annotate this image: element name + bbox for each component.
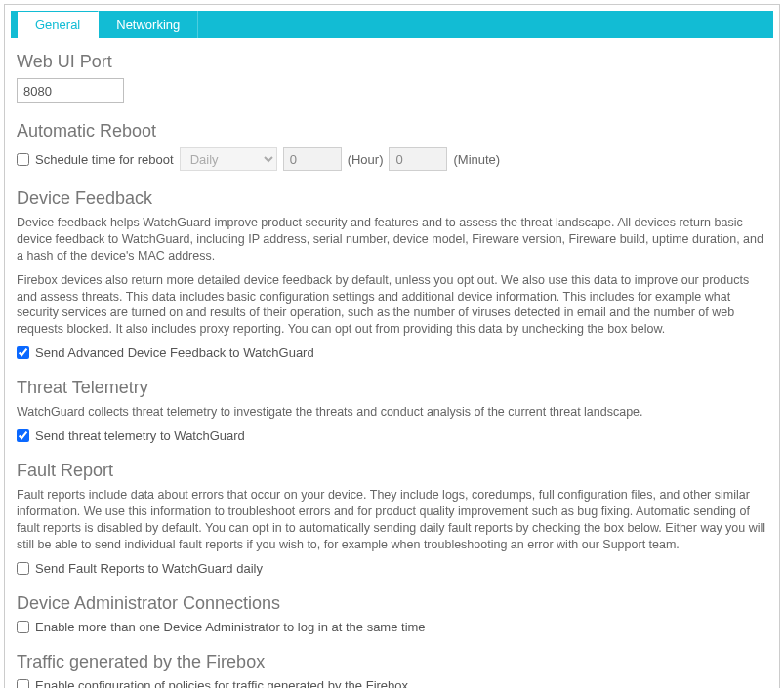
feedback-desc-2: Firebox devices also return more detaile… [17,272,767,339]
minute-unit: (Minute) [453,152,500,167]
webui-heading: Web UI Port [17,52,767,72]
feedback-desc-1: Device feedback helps WatchGuard improve… [17,215,767,264]
tab-bar: General Networking [11,11,773,38]
settings-panel: General Networking Web UI Port Automatic… [4,4,780,688]
fault-desc: Fault reports include data about errors … [17,487,767,553]
multi-admin-checkbox[interactable] [17,621,29,633]
webui-port-input[interactable] [17,78,124,103]
reboot-hour-input[interactable] [283,147,342,171]
reboot-heading: Automatic Reboot [17,121,767,142]
multi-admin-label: Enable more than one Device Administrato… [35,620,426,634]
telemetry-heading: Threat Telemetry [17,378,767,398]
schedule-reboot-label: Schedule time for reboot [35,152,174,167]
hour-unit: (Hour) [348,152,384,167]
admin-heading: Device Administrator Connections [17,593,767,614]
reboot-minute-input[interactable] [389,147,447,171]
advanced-feedback-checkbox[interactable] [17,346,29,359]
feedback-heading: Device Feedback [17,188,767,209]
tab-networking[interactable]: Networking [99,11,198,38]
fault-report-label: Send Fault Reports to WatchGuard daily [35,561,263,576]
traffic-policies-checkbox[interactable] [17,679,29,689]
reboot-frequency-select[interactable]: Daily [180,147,277,171]
fault-heading: Fault Report [17,461,767,481]
telemetry-checkbox[interactable] [17,429,29,442]
fault-report-checkbox[interactable] [17,562,29,575]
tab-general[interactable]: General [17,11,99,38]
telemetry-label: Send threat telemetry to WatchGuard [35,428,245,443]
traffic-policies-label: Enable configuration of policies for tra… [35,678,408,689]
advanced-feedback-label: Send Advanced Device Feedback to WatchGu… [35,345,314,360]
schedule-reboot-checkbox[interactable] [17,153,29,166]
telemetry-desc: WatchGuard collects threat telemetry to … [17,404,767,421]
traffic-heading: Traffic generated by the Firebox [17,652,767,672]
